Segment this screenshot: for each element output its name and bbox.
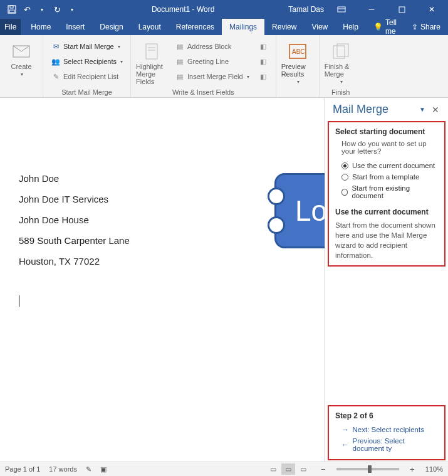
envelope-icon bbox=[11, 41, 31, 61]
highlight-merge-fields-button[interactable]: Highlight Merge Fields bbox=[136, 38, 169, 85]
tab-design[interactable]: Design bbox=[92, 19, 130, 35]
start-mail-merge-button[interactable]: ✉Start Mail Merge▾ bbox=[48, 40, 125, 53]
quick-access-toolbar: ↶ ▾ ↻ ▾ bbox=[0, 4, 78, 15]
address-block-button[interactable]: ▤Address Block bbox=[172, 40, 252, 53]
ribbon: Create ▾ ✉Start Mail Merge▾ 👥Select Reci… bbox=[0, 35, 448, 98]
sub-text: Start from the document shown here and u… bbox=[335, 220, 438, 260]
user-area: Tamal Das ─ ✕ bbox=[288, 0, 448, 19]
group-create: Create ▾ bbox=[0, 35, 43, 97]
tab-mailings[interactable]: Mailings bbox=[222, 19, 264, 35]
ribbon-display-icon[interactable] bbox=[329, 0, 354, 19]
rules-button[interactable]: ◧ bbox=[256, 40, 271, 53]
logo-text: Log bbox=[295, 194, 325, 228]
close-button[interactable]: ✕ bbox=[419, 0, 444, 19]
create-envelopes-button[interactable]: Create ▾ bbox=[5, 38, 38, 77]
tab-view[interactable]: View bbox=[304, 19, 335, 35]
qat-customize-icon[interactable]: ▾ bbox=[66, 4, 78, 15]
zoom-level[interactable]: 110% bbox=[425, 465, 443, 473]
zoom-in-button[interactable]: + bbox=[408, 465, 417, 474]
sub-title: Use the current document bbox=[335, 208, 438, 216]
radio-from-template[interactable]: Start from a template bbox=[335, 171, 438, 182]
radio-use-current[interactable]: Use the current document bbox=[335, 160, 438, 171]
insert-merge-field-button[interactable]: ▤Insert Merge Field▾ bbox=[172, 70, 252, 83]
document-title: Document1 - Word bbox=[78, 5, 288, 14]
address-line: 589 South Carpenter Lane bbox=[19, 235, 318, 246]
macro-icon[interactable]: ▣ bbox=[100, 465, 107, 473]
address-block-icon: ▤ bbox=[175, 41, 185, 51]
match-fields-button[interactable]: ◧ bbox=[256, 55, 271, 68]
undo-icon[interactable]: ↶ bbox=[21, 4, 33, 15]
edit-recip-label: Edit Recipient List bbox=[63, 73, 118, 80]
insert-field-label: Insert Merge Field bbox=[187, 73, 243, 80]
svg-rect-2 bbox=[10, 6, 13, 8]
tab-help[interactable]: Help bbox=[335, 19, 366, 35]
svg-rect-3 bbox=[338, 7, 345, 12]
address-line: John Doe bbox=[19, 173, 318, 184]
tab-references[interactable]: References bbox=[169, 19, 222, 35]
update-labels-button[interactable]: ◧ bbox=[256, 70, 271, 83]
document-page: John Doe John Doe IT Services John Doe H… bbox=[0, 98, 325, 462]
select-recip-label: Select Recipients bbox=[63, 58, 117, 65]
tab-file[interactable]: File bbox=[0, 19, 21, 35]
main-area: John Doe John Doe IT Services John Doe H… bbox=[0, 98, 448, 462]
radio-label: Start from a template bbox=[352, 173, 419, 181]
prev-label: Previous: Select document ty bbox=[353, 437, 439, 452]
minimize-button[interactable]: ─ bbox=[359, 0, 384, 19]
share-label: Share bbox=[420, 23, 440, 31]
chevron-down-icon: ▾ bbox=[340, 79, 343, 85]
zoom-thumb[interactable] bbox=[368, 465, 372, 473]
tab-insert[interactable]: Insert bbox=[58, 19, 92, 35]
preview-icon: ABC bbox=[288, 41, 308, 61]
next-step-link[interactable]: →Next: Select recipients bbox=[335, 424, 438, 435]
document-area[interactable]: John Doe John Doe IT Services John Doe H… bbox=[0, 98, 325, 462]
title-bar: ↶ ▾ ↻ ▾ Document1 - Word Tamal Das ─ ✕ bbox=[0, 0, 448, 19]
radio-icon bbox=[341, 162, 348, 169]
pane-close-button[interactable]: ✕ bbox=[429, 105, 442, 115]
save-icon[interactable] bbox=[6, 4, 18, 15]
share-button[interactable]: ⇪Share bbox=[404, 19, 448, 35]
print-layout-button[interactable]: ▭ bbox=[281, 463, 295, 475]
tab-review[interactable]: Review bbox=[264, 19, 304, 35]
radio-label: Use the current document bbox=[352, 162, 435, 169]
read-mode-button[interactable]: ▭ bbox=[266, 463, 280, 475]
edit-recipient-list-button[interactable]: ✎Edit Recipient List bbox=[48, 70, 125, 83]
spellcheck-icon[interactable]: ✎ bbox=[86, 465, 91, 473]
next-label: Next: Select recipients bbox=[353, 426, 424, 433]
tab-home[interactable]: Home bbox=[23, 19, 58, 35]
ribbon-tabs: File Home Insert Design Layout Reference… bbox=[0, 19, 448, 35]
greeting-line-button[interactable]: ▤Greeting Line bbox=[172, 55, 252, 68]
preview-results-button[interactable]: ABC Preview Results ▾ bbox=[281, 38, 314, 85]
maximize-button[interactable] bbox=[389, 0, 414, 19]
prev-step-link[interactable]: ←Previous: Select document ty bbox=[335, 435, 438, 454]
zoom-out-button[interactable]: − bbox=[319, 465, 328, 474]
web-layout-button[interactable]: ▭ bbox=[296, 463, 310, 475]
redo-icon[interactable]: ↻ bbox=[51, 4, 63, 15]
radio-icon bbox=[341, 189, 348, 196]
update-icon: ◧ bbox=[258, 71, 268, 82]
match-icon: ◧ bbox=[258, 56, 268, 66]
radio-from-existing[interactable]: Start from existing document bbox=[335, 182, 438, 201]
highlight-icon bbox=[142, 41, 162, 61]
word-count[interactable]: 17 words bbox=[49, 465, 77, 473]
address-line: Houston, TX 77022 bbox=[19, 256, 318, 267]
zoom-slider[interactable] bbox=[336, 468, 399, 470]
finish-merge-button[interactable]: Finish & Merge ▾ bbox=[325, 38, 357, 85]
undo-dropdown-icon[interactable]: ▾ bbox=[36, 4, 48, 15]
group-write-insert-fields: Highlight Merge Fields ▤Address Block ▤G… bbox=[131, 35, 276, 97]
preview-label: Preview Results bbox=[281, 63, 314, 78]
page-indicator[interactable]: Page 1 of 1 bbox=[5, 465, 40, 473]
tell-me-button[interactable]: 💡Tell me bbox=[366, 19, 404, 35]
insert-field-icon: ▤ bbox=[175, 71, 185, 82]
tab-layout[interactable]: Layout bbox=[131, 19, 169, 35]
lightbulb-icon: 💡 bbox=[373, 23, 383, 31]
pane-dropdown-icon[interactable]: ▼ bbox=[415, 106, 429, 113]
section-question: How do you want to set up your letters? bbox=[335, 140, 438, 155]
arrow-right-icon: → bbox=[341, 426, 349, 433]
text-cursor bbox=[19, 295, 318, 307]
svg-text:ABC: ABC bbox=[292, 48, 305, 55]
select-recipients-button[interactable]: 👥Select Recipients▾ bbox=[48, 55, 125, 68]
user-name[interactable]: Tamal Das bbox=[288, 5, 324, 14]
group-startmm-label: Start Mail Merge bbox=[48, 87, 125, 96]
status-bar: Page 1 of 1 17 words ✎ ▣ ▭ ▭ ▭ − + 110% bbox=[0, 462, 448, 476]
logo-placeholder-shape: Log bbox=[274, 173, 325, 248]
